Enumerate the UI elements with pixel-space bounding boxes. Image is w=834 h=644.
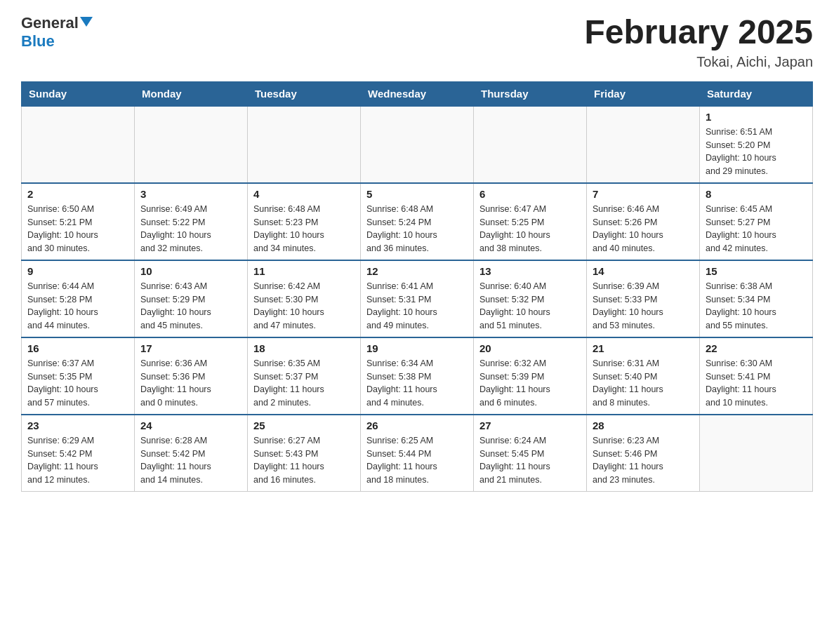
page-title: February 2025 (584, 14, 813, 51)
calendar-cell (361, 106, 474, 183)
day-number: 8 (706, 188, 807, 200)
day-number: 24 (140, 420, 241, 431)
calendar-header: SundayMondayTuesdayWednesdayThursdayFrid… (22, 81, 813, 106)
day-number: 1 (706, 111, 807, 123)
calendar-cell: 27Sunrise: 6:24 AM Sunset: 5:45 PM Dayli… (474, 415, 587, 492)
day-info: Sunrise: 6:38 AM Sunset: 5:34 PM Dayligh… (706, 280, 807, 333)
weekday-header-thursday: Thursday (474, 81, 587, 106)
weekday-header-friday: Friday (587, 81, 700, 106)
calendar-cell: 18Sunrise: 6:35 AM Sunset: 5:37 PM Dayli… (248, 337, 361, 415)
day-number: 25 (253, 420, 355, 431)
calendar-cell: 1Sunrise: 6:51 AM Sunset: 5:20 PM Daylig… (700, 106, 813, 183)
day-info: Sunrise: 6:46 AM Sunset: 5:26 PM Dayligh… (593, 203, 694, 255)
calendar-cell: 14Sunrise: 6:39 AM Sunset: 5:33 PM Dayli… (587, 260, 700, 337)
day-number: 28 (593, 420, 694, 431)
calendar-cell: 26Sunrise: 6:25 AM Sunset: 5:44 PM Dayli… (361, 415, 474, 492)
day-info: Sunrise: 6:30 AM Sunset: 5:41 PM Dayligh… (706, 357, 807, 410)
day-number: 17 (140, 342, 241, 354)
day-info: Sunrise: 6:37 AM Sunset: 5:35 PM Dayligh… (27, 357, 128, 410)
calendar-week-row: 2Sunrise: 6:50 AM Sunset: 5:21 PM Daylig… (22, 183, 813, 260)
calendar-table: SundayMondayTuesdayWednesdayThursdayFrid… (21, 81, 813, 492)
calendar-cell (22, 106, 135, 183)
day-number: 4 (253, 188, 355, 200)
calendar-cell: 8Sunrise: 6:45 AM Sunset: 5:27 PM Daylig… (700, 183, 813, 260)
day-info: Sunrise: 6:48 AM Sunset: 5:24 PM Dayligh… (366, 203, 468, 255)
day-info: Sunrise: 6:45 AM Sunset: 5:27 PM Dayligh… (706, 203, 807, 255)
day-number: 27 (479, 420, 581, 431)
calendar-cell: 12Sunrise: 6:41 AM Sunset: 5:31 PM Dayli… (361, 260, 474, 337)
calendar-cell (135, 106, 248, 183)
calendar-cell: 20Sunrise: 6:32 AM Sunset: 5:39 PM Dayli… (474, 337, 587, 415)
calendar-cell: 6Sunrise: 6:47 AM Sunset: 5:25 PM Daylig… (474, 183, 587, 260)
day-number: 21 (593, 342, 694, 354)
calendar-cell: 19Sunrise: 6:34 AM Sunset: 5:38 PM Dayli… (361, 337, 474, 415)
day-info: Sunrise: 6:35 AM Sunset: 5:37 PM Dayligh… (253, 357, 355, 410)
day-number: 9 (27, 265, 128, 277)
day-info: Sunrise: 6:48 AM Sunset: 5:23 PM Dayligh… (253, 203, 355, 255)
calendar-cell: 28Sunrise: 6:23 AM Sunset: 5:46 PM Dayli… (587, 415, 700, 492)
day-info: Sunrise: 6:51 AM Sunset: 5:20 PM Dayligh… (706, 126, 807, 178)
logo-blue: Blue (21, 32, 55, 50)
calendar-cell: 16Sunrise: 6:37 AM Sunset: 5:35 PM Dayli… (22, 337, 135, 415)
calendar-cell: 10Sunrise: 6:43 AM Sunset: 5:29 PM Dayli… (135, 260, 248, 337)
calendar-cell (474, 106, 587, 183)
day-number: 6 (479, 188, 581, 200)
day-info: Sunrise: 6:42 AM Sunset: 5:30 PM Dayligh… (253, 280, 355, 333)
day-number: 3 (140, 188, 241, 200)
day-info: Sunrise: 6:43 AM Sunset: 5:29 PM Dayligh… (140, 280, 241, 333)
calendar-cell: 25Sunrise: 6:27 AM Sunset: 5:43 PM Dayli… (248, 415, 361, 492)
day-number: 19 (366, 342, 468, 354)
day-info: Sunrise: 6:27 AM Sunset: 5:43 PM Dayligh… (253, 434, 355, 487)
day-number: 15 (706, 265, 807, 277)
weekday-header-monday: Monday (135, 81, 248, 106)
day-info: Sunrise: 6:40 AM Sunset: 5:32 PM Dayligh… (479, 280, 581, 333)
page-header: General Blue February 2025 Tokai, Aichi,… (21, 14, 813, 70)
day-info: Sunrise: 6:41 AM Sunset: 5:31 PM Dayligh… (366, 280, 468, 333)
day-number: 26 (366, 420, 468, 431)
weekday-header-tuesday: Tuesday (248, 81, 361, 106)
day-info: Sunrise: 6:44 AM Sunset: 5:28 PM Dayligh… (27, 280, 128, 333)
calendar-cell: 13Sunrise: 6:40 AM Sunset: 5:32 PM Dayli… (474, 260, 587, 337)
day-number: 18 (253, 342, 355, 354)
calendar-cell (587, 106, 700, 183)
day-number: 12 (366, 265, 468, 277)
calendar-cell: 5Sunrise: 6:48 AM Sunset: 5:24 PM Daylig… (361, 183, 474, 260)
calendar-cell (248, 106, 361, 183)
logo-general: General (21, 14, 79, 32)
day-number: 13 (479, 265, 581, 277)
weekday-header-sunday: Sunday (22, 81, 135, 106)
calendar-week-row: 9Sunrise: 6:44 AM Sunset: 5:28 PM Daylig… (22, 260, 813, 337)
calendar-week-row: 23Sunrise: 6:29 AM Sunset: 5:42 PM Dayli… (22, 415, 813, 492)
calendar-cell: 15Sunrise: 6:38 AM Sunset: 5:34 PM Dayli… (700, 260, 813, 337)
logo: General Blue (21, 14, 93, 51)
weekday-row: SundayMondayTuesdayWednesdayThursdayFrid… (22, 81, 813, 106)
day-info: Sunrise: 6:24 AM Sunset: 5:45 PM Dayligh… (479, 434, 581, 487)
day-number: 16 (27, 342, 128, 354)
calendar-cell: 22Sunrise: 6:30 AM Sunset: 5:41 PM Dayli… (700, 337, 813, 415)
day-info: Sunrise: 6:36 AM Sunset: 5:36 PM Dayligh… (140, 357, 241, 410)
calendar-week-row: 1Sunrise: 6:51 AM Sunset: 5:20 PM Daylig… (22, 106, 813, 183)
calendar-cell: 9Sunrise: 6:44 AM Sunset: 5:28 PM Daylig… (22, 260, 135, 337)
day-number: 20 (479, 342, 581, 354)
calendar-cell: 3Sunrise: 6:49 AM Sunset: 5:22 PM Daylig… (135, 183, 248, 260)
day-number: 11 (253, 265, 355, 277)
day-number: 5 (366, 188, 468, 200)
calendar-cell: 11Sunrise: 6:42 AM Sunset: 5:30 PM Dayli… (248, 260, 361, 337)
calendar-cell: 23Sunrise: 6:29 AM Sunset: 5:42 PM Dayli… (22, 415, 135, 492)
calendar-cell: 17Sunrise: 6:36 AM Sunset: 5:36 PM Dayli… (135, 337, 248, 415)
calendar-cell: 4Sunrise: 6:48 AM Sunset: 5:23 PM Daylig… (248, 183, 361, 260)
day-info: Sunrise: 6:34 AM Sunset: 5:38 PM Dayligh… (366, 357, 468, 410)
weekday-header-wednesday: Wednesday (361, 81, 474, 106)
day-number: 14 (593, 265, 694, 277)
day-number: 10 (140, 265, 241, 277)
day-info: Sunrise: 6:25 AM Sunset: 5:44 PM Dayligh… (366, 434, 468, 487)
calendar-cell (700, 415, 813, 492)
calendar-cell: 24Sunrise: 6:28 AM Sunset: 5:42 PM Dayli… (135, 415, 248, 492)
day-info: Sunrise: 6:23 AM Sunset: 5:46 PM Dayligh… (593, 434, 694, 487)
calendar-cell: 7Sunrise: 6:46 AM Sunset: 5:26 PM Daylig… (587, 183, 700, 260)
title-block: February 2025 Tokai, Aichi, Japan (584, 14, 813, 70)
day-info: Sunrise: 6:31 AM Sunset: 5:40 PM Dayligh… (593, 357, 694, 410)
day-info: Sunrise: 6:50 AM Sunset: 5:21 PM Dayligh… (27, 203, 128, 255)
day-number: 23 (27, 420, 128, 431)
day-info: Sunrise: 6:29 AM Sunset: 5:42 PM Dayligh… (27, 434, 128, 487)
